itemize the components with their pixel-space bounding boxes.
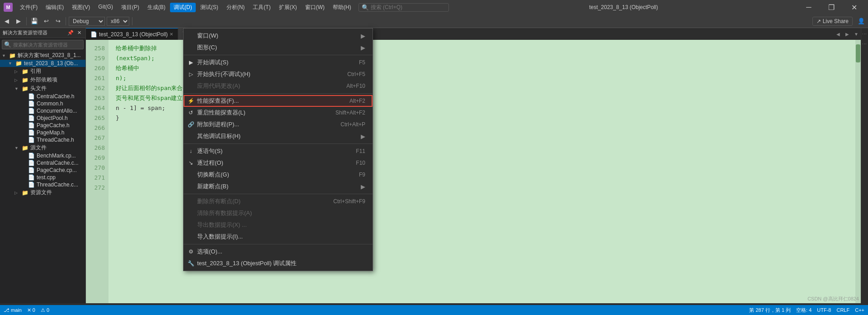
status-cursor[interactable]: 第 287 行，第 1 列 xyxy=(749,307,791,314)
tree-item-pagecache-h[interactable]: 📄 PageCache.h xyxy=(0,122,85,129)
status-line-ending[interactable]: CRLF xyxy=(836,307,849,314)
menu-item-window[interactable]: 窗口(W) ▶ xyxy=(184,30,373,42)
menu-project[interactable]: 项目(P) xyxy=(118,3,143,12)
menu-item-apply-changes: 应用代码更改(A) Alt+F10 xyxy=(184,80,373,92)
menu-section-6: ⚙ 选项(O)... 🔧 test_2023_8_13 (ObjestPoll)… xyxy=(184,244,373,271)
expand-icon: ▷ xyxy=(14,69,21,74)
menu-tools[interactable]: 工具(T) xyxy=(249,3,274,12)
menu-item-graphics[interactable]: 图形(C) ▶ xyxy=(184,42,373,53)
close-panel-icon[interactable]: ✕ xyxy=(76,29,83,36)
menu-item-step-into[interactable]: ↓ 逐语句(S) F11 xyxy=(184,145,373,157)
tree-item-external-deps[interactable]: ▷ 📁 外部依赖项 xyxy=(0,76,85,84)
tree-item-sources[interactable]: ▼ 📁 源文件 xyxy=(0,143,85,152)
menu-analyze[interactable]: 分析(N) xyxy=(223,3,249,12)
menu-view[interactable]: 视图(V) xyxy=(68,3,94,12)
status-branch[interactable]: ⎇ main xyxy=(4,307,22,313)
tree-item-headers[interactable]: ▼ 📁 头文件 xyxy=(0,84,85,93)
tree-item-benchmark-cpp[interactable]: 📄 BenchMark.cp... xyxy=(0,152,85,159)
status-language[interactable]: C++ xyxy=(855,307,864,314)
tree-item-objectpool-h[interactable]: 📄 ObjectPool.h xyxy=(0,115,85,122)
menu-git[interactable]: Git(G) xyxy=(94,3,117,12)
menu-item-import-datatips[interactable]: 导入数据提示(I)... xyxy=(184,231,373,243)
solution-search-input[interactable] xyxy=(13,42,81,48)
menu-item-other-targets[interactable]: 其他调试目标(H) ▶ xyxy=(184,130,373,142)
tree-item-test-cpp[interactable]: 📄 test.cpp xyxy=(0,174,85,181)
line-number: 272 xyxy=(90,183,105,193)
forward-button[interactable]: ▶ xyxy=(14,16,24,26)
menu-item-new-breakpoint[interactable]: 新建断点(B) ▶ xyxy=(184,181,373,192)
shortcut-label: Ctrl+Alt+P xyxy=(340,121,365,128)
line-number: 269 xyxy=(90,153,105,163)
status-encoding[interactable]: UTF-8 xyxy=(817,307,831,314)
tab-scroll-left[interactable]: ◀ xyxy=(834,28,843,40)
menu-item-restart-profiler[interactable]: ↺ 重启性能探查器(L) Shift+Alt+F2 xyxy=(184,107,373,119)
maximize-button[interactable]: ❐ xyxy=(821,0,842,14)
title-search-input[interactable] xyxy=(371,4,439,10)
tree-item-centralcache-cpp[interactable]: 📄 CentralCache.c... xyxy=(0,159,85,167)
status-warnings[interactable]: ⚠ 0 xyxy=(41,307,49,313)
shortcut-label: Ctrl+Shift+F9 xyxy=(333,198,365,205)
folder-icon: 📁 xyxy=(9,52,16,59)
live-share-button[interactable]: ↗ Live Share xyxy=(812,17,853,26)
menu-debug[interactable]: 调试(D) xyxy=(170,3,196,12)
debug-dropdown-menu: 窗口(W) ▶ 图形(C) ▶ ▶ 开始调试(S) F5 ▷ 开始执行(不调试)… xyxy=(183,28,373,271)
step-into-icon: ↓ xyxy=(187,148,194,154)
menu-item-step-over[interactable]: ↘ 逐过程(O) F10 xyxy=(184,157,373,169)
redo-button[interactable]: ↪ xyxy=(53,16,63,26)
menu-item-start-no-debug[interactable]: ▷ 开始执行(不调试)(H) Ctrl+F5 xyxy=(184,68,373,80)
menu-item-start-debug[interactable]: ▶ 开始调试(S) F5 xyxy=(184,57,373,68)
settings-button[interactable]: 👤 xyxy=(856,16,866,26)
line-number: 266 xyxy=(90,123,105,133)
back-button[interactable]: ◀ xyxy=(2,16,12,26)
expand-icon: ▼ xyxy=(14,146,21,150)
tab-scroll-right[interactable]: ▶ xyxy=(843,28,852,40)
tree-item-project[interactable]: ▼ 📁 test_2023_8_13 (Ob... xyxy=(0,60,85,67)
right-panel: ⋮ ⋮ xyxy=(861,28,868,303)
menu-test[interactable]: 测试(S) xyxy=(197,3,222,12)
menu-extensions[interactable]: 扩展(X) xyxy=(275,3,301,12)
arch-select[interactable]: x86 xyxy=(107,17,129,26)
scrollbar-thumb[interactable] xyxy=(856,44,860,62)
tab-list-button[interactable]: ▼ xyxy=(852,28,861,40)
right-panel-btn-1[interactable]: ⋮ xyxy=(862,30,868,38)
save-all-button[interactable]: 💾 xyxy=(29,16,39,26)
menu-window[interactable]: 窗口(W) xyxy=(302,3,328,12)
status-errors[interactable]: ✕ 0 xyxy=(27,307,35,313)
debug-config-select[interactable]: Debug xyxy=(69,17,105,26)
tree-item-concurrent-h[interactable]: 📄 ConcurrentAllo... xyxy=(0,107,85,115)
right-panel-btn-2[interactable]: ⋮ xyxy=(862,40,868,48)
title-search[interactable]: 🔍 xyxy=(359,3,449,12)
line-number: 271 xyxy=(90,173,105,183)
minimize-button[interactable]: ─ xyxy=(798,0,819,14)
menu-item-options[interactable]: ⚙ 选项(O)... xyxy=(184,246,373,258)
tree-item-resources[interactable]: ▷ 📁 资源文件 xyxy=(0,188,85,197)
menu-edit[interactable]: 编辑(E) xyxy=(42,3,67,12)
tree-item-solution[interactable]: ▼ 📁 解决方案'test_2023_8_1... xyxy=(0,51,85,60)
line-number: 262 xyxy=(90,83,105,93)
menu-section-5: 删除所有断点(D) Ctrl+Shift+F9 清除所有数据提示(A) 导出数据… xyxy=(184,194,373,244)
folder-icon: 📁 xyxy=(22,190,28,196)
status-spaces[interactable]: 空格: 4 xyxy=(796,307,811,314)
tree-item-threadcache-h[interactable]: 📄 ThreadCache.h xyxy=(0,136,85,143)
menu-item-toggle-breakpoint[interactable]: 切换断点(G) F9 xyxy=(184,169,373,181)
tab-close-icon[interactable]: ✕ xyxy=(170,32,173,37)
tree-item-pagecache-cpp[interactable]: 📄 PageCache.cp... xyxy=(0,167,85,174)
tree-item-threadcache-cpp[interactable]: 📄 ThreadCache.c... xyxy=(0,181,85,188)
menu-item-profiler[interactable]: ⚡ 性能探查器(F)... Alt+F2 xyxy=(184,95,373,107)
menu-build[interactable]: 生成(B) xyxy=(144,3,169,12)
shortcut-label: Alt+F2 xyxy=(349,98,365,104)
solution-search-box[interactable]: 🔍 xyxy=(2,40,84,49)
tree-item-common-h[interactable]: 📄 Common.h xyxy=(0,100,85,107)
scrollbar-track[interactable] xyxy=(855,40,861,303)
tab-active[interactable]: 📄 test_2023_8_13 (ObjectPoll) ✕ xyxy=(86,28,178,40)
pin-icon[interactable]: 📌 xyxy=(66,29,75,36)
menu-file[interactable]: 文件(F) xyxy=(16,3,41,12)
tree-item-centralcache-h[interactable]: 📄 CentralCache.h xyxy=(0,93,85,100)
menu-item-debug-properties[interactable]: 🔧 test_2023_8_13 (ObjestPoll) 调试属性 xyxy=(184,258,373,269)
undo-button[interactable]: ↩ xyxy=(41,16,51,26)
menu-item-attach-process[interactable]: 🔗 附加到进程(P)... Ctrl+Alt+P xyxy=(184,119,373,130)
menu-help[interactable]: 帮助(H) xyxy=(329,3,355,12)
close-button[interactable]: ✕ xyxy=(844,0,864,14)
tree-item-pagemap-h[interactable]: 📄 PageMap.h xyxy=(0,129,85,136)
tree-item-references[interactable]: ▷ 📁 引用 xyxy=(0,67,85,76)
